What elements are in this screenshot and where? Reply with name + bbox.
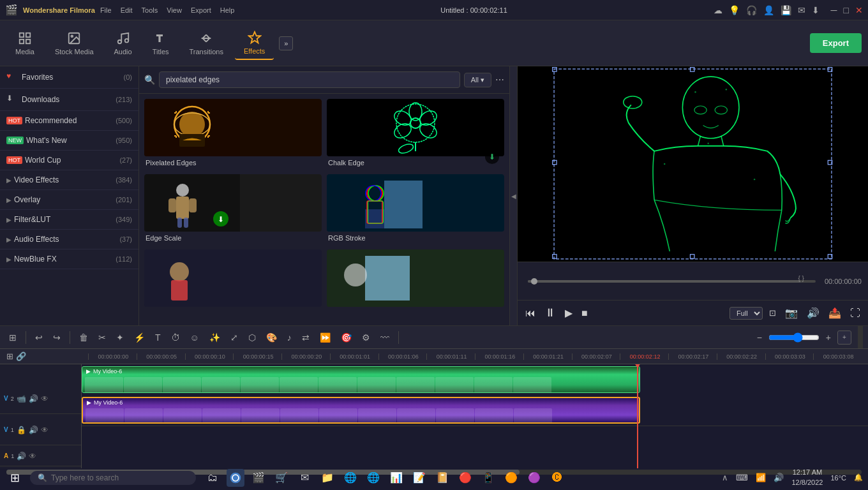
timeline-clip-v2[interactable]: ▶ My Video-6 [82, 366, 640, 393]
crop-btn[interactable]: ✦ [112, 330, 128, 345]
sidebar-item-world-cup[interactable]: HOT World Cup (27) [0, 151, 138, 170]
snapshot-button[interactable]: 📷 [782, 304, 800, 322]
transition-btn[interactable]: ⇄ [298, 330, 313, 345]
audio-btn[interactable]: ♪ [283, 330, 296, 345]
tab-audio[interactable]: Audio [105, 27, 141, 59]
tab-titles[interactable]: T Titles [144, 27, 178, 59]
filter-button[interactable]: All ▾ [464, 73, 491, 87]
taskbar-search-input[interactable] [51, 473, 188, 482]
save-icon[interactable]: 💾 [781, 5, 791, 15]
expand-tabs-btn[interactable]: » [279, 36, 293, 50]
taskbar-app-misc1[interactable]: 🔴 [456, 469, 474, 487]
account-icon[interactable]: 👤 [763, 5, 774, 15]
taskbar-app-word[interactable]: 📝 [410, 469, 428, 487]
effect-chalk-edge[interactable]: ⬇ Chalk Edge [327, 99, 504, 169]
track-v2-eye-icon[interactable]: 👁 [41, 394, 49, 403]
lightbulb-icon[interactable]: 💡 [729, 5, 740, 15]
menu-edit[interactable]: Edit [121, 6, 133, 14]
taskbar-app-misc4[interactable]: 🟣 [525, 469, 543, 487]
cloud-icon[interactable]: ☁ [714, 5, 722, 15]
menu-tools[interactable]: Tools [142, 6, 158, 14]
sidebar-item-overlay[interactable]: ▶ Overlay (201) [0, 190, 138, 210]
effect-rgb-stroke[interactable]: RGB Stroke [327, 174, 504, 244]
render-button[interactable]: 📤 [826, 304, 844, 322]
collapse-panel-btn[interactable]: ◀ [509, 66, 517, 325]
pip-button[interactable]: ⊡ [767, 306, 779, 320]
taskbar-app-misc2[interactable]: 📱 [479, 469, 497, 487]
sticker-btn[interactable]: ☺ [186, 330, 203, 345]
track-v1-lock-icon[interactable]: 🔒 [17, 426, 26, 434]
sidebar-item-favorites[interactable]: ♥ Favorites (0) [0, 66, 138, 89]
sidebar-item-video-effects[interactable]: ▶ Video Effects (384) [0, 170, 138, 190]
undo-btn[interactable]: ↩ [31, 330, 47, 345]
volume-button[interactable]: 🔊 [804, 304, 822, 322]
timeline-tracks-content[interactable]: ▶ My Video-6 [82, 364, 868, 468]
motion-btn[interactable]: 〰 [377, 330, 393, 345]
quality-select[interactable]: Full 1/2 1/4 [730, 307, 763, 320]
text-btn[interactable]: T [151, 330, 165, 345]
color-btn[interactable]: 🎨 [262, 330, 281, 345]
ai-effects-btn[interactable]: ⚙ [358, 330, 374, 345]
redo-btn[interactable]: ↪ [49, 330, 64, 345]
taskbar-app-cortana[interactable] [227, 469, 244, 487]
headset-icon[interactable]: 🎧 [746, 5, 757, 15]
taskbar-search[interactable]: 🔍 [30, 471, 196, 485]
track-v1-audio-icon[interactable]: 🔊 [29, 426, 38, 434]
layout-view-btn[interactable]: ⊞ [5, 330, 20, 345]
effect-6[interactable] [327, 249, 504, 312]
effects-btn[interactable]: ✨ [206, 330, 224, 345]
menu-export[interactable]: Export [191, 6, 211, 14]
sidebar-item-newblue-fx[interactable]: ▶ NewBlue FX (112) [0, 249, 138, 269]
sidebar-item-whats-new[interactable]: NEW What's New (950) [0, 131, 138, 151]
effect-pixelated-edges[interactable]: Pixelated Edges [144, 99, 322, 169]
sidebar-item-audio-effects[interactable]: ▶ Audio Effects (37) [0, 230, 138, 249]
stabilize-btn[interactable]: 🎯 [337, 330, 355, 345]
start-button[interactable]: ⊞ [5, 468, 25, 487]
playback-slider[interactable]: { } [528, 280, 816, 283]
tab-stock-media[interactable]: Stock Media [46, 27, 103, 59]
delete-btn[interactable]: 🗑 [75, 330, 92, 345]
split-btn[interactable]: ⚡ [130, 330, 149, 345]
taskbar-app-excel[interactable]: 📊 [387, 469, 405, 487]
zoom-out-btn[interactable]: − [753, 330, 766, 345]
stop-button[interactable]: ■ [579, 305, 590, 322]
taskbar-app-explorer[interactable]: 📁 [318, 469, 336, 487]
menu-help[interactable]: Help [220, 6, 235, 14]
fit-timeline-btn[interactable]: + [837, 330, 851, 345]
timeline-playhead[interactable] [637, 364, 638, 468]
search-input[interactable] [159, 71, 460, 88]
track-v2-camera-icon[interactable]: 📹 [17, 394, 26, 403]
step-back-button[interactable]: ⏮ [523, 305, 538, 322]
maximize-btn[interactable]: □ [844, 5, 849, 15]
taskbar-app-widgets[interactable]: 🗂 [204, 469, 221, 487]
sidebar-item-downloads[interactable]: ⬇ Downloads (213) [0, 89, 138, 111]
taskbar-volume-icon[interactable]: 🔊 [774, 473, 784, 482]
taskbar-app-filmora[interactable]: 🎬 [250, 469, 267, 487]
cut-btn[interactable]: ✂ [94, 330, 110, 345]
track-a1-audio-icon[interactable]: 🔊 [17, 452, 26, 461]
taskbar-app-edge[interactable]: 🌐 [364, 469, 382, 487]
effect-edge-scale[interactable]: ⬇ Edge Scale [144, 174, 322, 244]
taskbar-network-icon[interactable]: 📶 [756, 473, 766, 482]
add-track-btn[interactable]: ⊞ [6, 352, 13, 361]
resize-btn[interactable]: ⤢ [227, 330, 242, 345]
taskbar-app-misc3[interactable]: 🟠 [502, 469, 520, 487]
download-icon[interactable]: ⬇ [812, 5, 819, 15]
taskbar-notification-icon[interactable]: 🔔 [854, 473, 863, 482]
taskbar-app-misc5[interactable]: 🅒 [548, 469, 566, 487]
export-button[interactable]: Export [810, 33, 862, 53]
taskbar-keyboard-icon[interactable]: ⌨ [736, 473, 748, 482]
tab-media[interactable]: Media [6, 27, 43, 59]
mail-icon[interactable]: ✉ [798, 5, 805, 15]
effect-5[interactable] [144, 249, 322, 312]
play-button[interactable]: ▶ [562, 304, 575, 322]
link-track-btn[interactable]: 🔗 [16, 352, 26, 361]
tab-effects[interactable]: Effects [235, 27, 274, 60]
track-a1-eye-icon[interactable]: 👁 [29, 452, 36, 461]
menu-view[interactable]: View [167, 6, 182, 14]
taskbar-app-mail[interactable]: ✉ [296, 469, 313, 487]
timeline-clip-v1[interactable]: ▶ My Video-6 [82, 397, 640, 424]
track-v2-audio-icon[interactable]: 🔊 [29, 394, 38, 403]
close-btn[interactable]: ✕ [855, 5, 863, 15]
zoom-slider[interactable] [768, 332, 819, 343]
